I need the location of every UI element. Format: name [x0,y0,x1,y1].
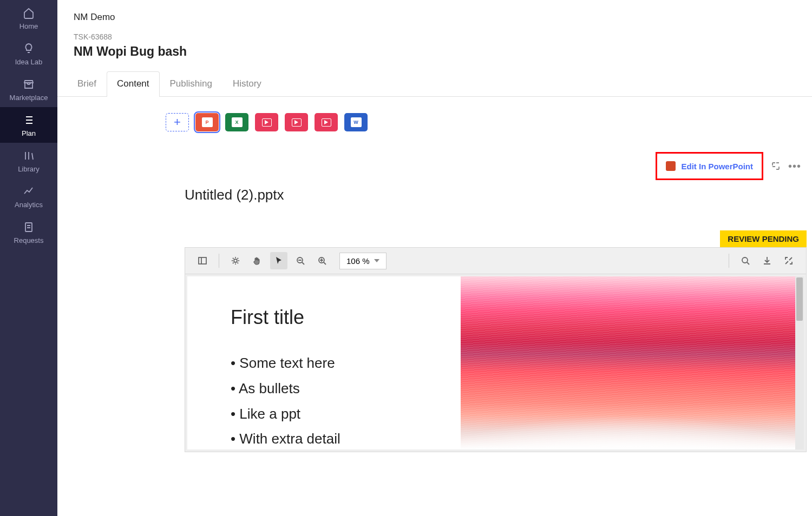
panel-toggle-button[interactable] [194,252,211,269]
file-tile-doc[interactable]: W [344,113,368,131]
file-tile-xls[interactable]: X [225,113,248,131]
edit-in-powerpoint-button[interactable]: Edit In PowerPoint [656,152,763,180]
main: NM Demo TSK-63688 NM Wopi Bug bash Brief… [57,0,812,516]
slide-title: First title [231,306,444,329]
sidebar-label: Requests [14,236,44,244]
video-icon [322,118,331,127]
svg-rect-1 [199,257,206,264]
sidebar-label: Library [18,165,40,173]
download-button[interactable] [758,252,776,269]
collapse-icon[interactable] [771,161,781,171]
gear-icon [231,256,240,266]
zoom-in-button[interactable] [313,252,331,269]
sidebar-item-plan[interactable]: Plan [0,107,57,143]
zoom-value: 106 % [346,256,370,266]
sidebar-label: Analytics [15,201,43,209]
sidebar-item-marketplace[interactable]: Marketplace [0,71,57,107]
video-icon [262,118,272,127]
chevron-down-icon [374,259,379,262]
store-icon [23,78,35,90]
sidebar-label: Home [19,22,38,30]
more-options-button[interactable]: ••• [788,160,801,173]
tab-publishing[interactable]: Publishing [160,71,222,97]
header: NM Demo TSK-63688 NM Wopi Bug bash [57,0,812,71]
divider [729,254,729,268]
scroll-thumb[interactable] [796,277,803,321]
badge-row: REVIEW PENDING [166,230,812,247]
sidebar-item-analytics[interactable]: Analytics [0,178,57,214]
expand-icon [784,256,794,266]
excel-icon: X [232,117,243,127]
scrollbar[interactable] [795,276,804,449]
hand-tool-button[interactable] [248,252,266,269]
file-tile-video-1[interactable] [255,113,278,131]
document-icon [23,221,35,233]
video-icon [292,118,302,127]
word-icon: W [351,117,362,127]
settings-button[interactable] [227,252,244,269]
sidebar-label: Idea Lab [15,58,43,66]
zoom-in-icon [317,256,327,266]
slide-bullets: Some text here As bullets Like a ppt Wit… [231,350,444,449]
tab-history[interactable]: History [222,71,272,97]
sidebar-item-library[interactable]: Library [0,143,57,178]
sidebar-item-home[interactable]: Home [0,0,57,36]
fullscreen-button[interactable] [780,252,797,269]
slide-wrap: First title Some text here As bullets Li… [185,274,806,452]
action-bar: Edit In PowerPoint ••• [166,152,812,180]
content-area: + P X W Edit In PowerPoint ••• Untitled … [57,97,812,516]
tabs: Brief Content Publishing History [57,71,812,97]
sidebar-label: Marketplace [10,94,48,102]
file-tile-video-3[interactable] [315,113,338,131]
zoom-out-button[interactable] [292,252,309,269]
task-id: TSK-63688 [74,32,796,41]
doc-section: Edit In PowerPoint ••• Untitled (2).pptx… [166,152,812,452]
library-icon [23,150,35,162]
slide: First title Some text here As bullets Li… [187,276,795,449]
file-tiles: + P X W [166,113,812,131]
zoom-select[interactable]: 106 % [339,253,387,269]
panel-icon [198,256,207,266]
powerpoint-icon [666,161,676,171]
file-tile-ppt[interactable]: P [195,113,219,131]
svg-point-2 [234,259,237,262]
list-icon [23,114,35,126]
trend-icon [23,186,35,197]
powerpoint-icon: P [202,117,213,127]
svg-rect-0 [25,223,32,231]
viewer-toolbar: 106 % [185,248,806,274]
cursor-tool-button[interactable] [270,252,287,269]
search-button[interactable] [737,252,754,269]
bullet: Like a ppt [231,401,444,427]
cursor-icon [274,256,284,266]
breadcrumb[interactable]: NM Demo [74,12,796,23]
svg-point-5 [742,257,748,263]
filename: Untitled (2).pptx [166,187,812,203]
bullet: As bullets [231,376,444,401]
tab-content[interactable]: Content [107,71,160,97]
divider [219,254,219,268]
slide-text: First title Some text here As bullets Li… [187,276,461,449]
edit-label: Edit In PowerPoint [681,162,753,171]
hand-icon [252,256,262,266]
sidebar: Home Idea Lab Marketplace Plan Library A… [0,0,57,516]
sidebar-item-idea-lab[interactable]: Idea Lab [0,36,57,71]
document-viewer: 106 % First title Some text here [185,247,807,452]
page-title: NM Wopi Bug bash [74,44,796,59]
bullet: Some text here [231,350,444,376]
home-icon [23,7,35,19]
slide-image [461,276,795,449]
bullet: With extra detail [231,426,444,449]
zoom-out-icon [296,256,305,266]
add-file-button[interactable]: + [166,113,189,131]
search-icon [741,256,750,266]
lightbulb-icon [23,43,35,55]
status-badge: REVIEW PENDING [720,230,807,247]
file-tile-video-2[interactable] [285,113,308,131]
download-icon [762,256,772,266]
tab-brief[interactable]: Brief [67,71,107,97]
sidebar-label: Plan [22,129,36,137]
sidebar-item-requests[interactable]: Requests [0,214,57,250]
